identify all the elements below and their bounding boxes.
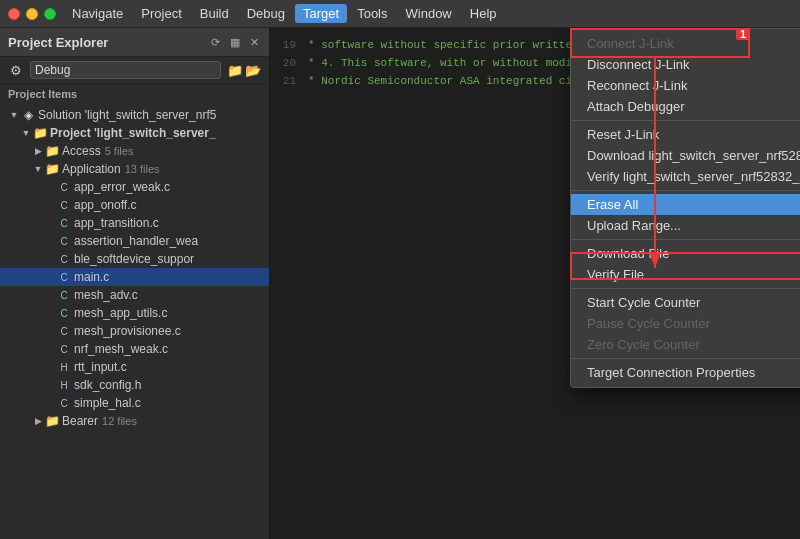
menu-disconnect-jlink[interactable]: Disconnect J-Link [571, 54, 800, 75]
menu-erase-all[interactable]: Erase All [571, 194, 800, 215]
tree-item-assertion[interactable]: ▶ C assertion_handler_wea [0, 232, 269, 250]
mesh-prov-spacer: ▶ [44, 325, 56, 337]
menu-build[interactable]: Build [192, 4, 237, 23]
ble-label: ble_softdevice_suppor [74, 252, 194, 266]
mesh-app-icon: C [56, 305, 72, 321]
application-arrow: ▼ [32, 163, 44, 175]
access-folder-icon: 📁 [44, 143, 60, 159]
tree-item-mesh-adv[interactable]: ▶ C mesh_adv.c [0, 286, 269, 304]
minimize-button[interactable] [26, 8, 38, 20]
debug-gear-icon: ⚙ [8, 62, 24, 78]
menu-tools[interactable]: Tools [349, 4, 395, 23]
rtt-spacer: ▶ [44, 361, 56, 373]
close-button[interactable] [8, 8, 20, 20]
tree-item-application[interactable]: ▼ 📁 Application 13 files [0, 160, 269, 178]
tree-item-mesh-app[interactable]: ▶ C mesh_app_utils.c [0, 304, 269, 322]
tree-item-nrf-mesh[interactable]: ▶ C nrf_mesh_weak.c [0, 340, 269, 358]
menu-download-file[interactable]: Download File ▶ [571, 243, 800, 264]
menu-target-connection[interactable]: Target Connection Properties [571, 362, 800, 383]
app-transition-spacer: ▶ [44, 217, 56, 229]
main-label: main.c [74, 270, 109, 284]
tree-item-app-transition[interactable]: ▶ C app_transition.c [0, 214, 269, 232]
separator-5 [571, 358, 800, 359]
menu-pause-cycle[interactable]: Pause Cycle Counter [571, 313, 800, 334]
debug-select[interactable]: Debug [30, 61, 221, 79]
tree-item-main[interactable]: ▶ C main.c [0, 268, 269, 286]
app-onoff-label: app_onoff.c [74, 198, 137, 212]
mesh-app-spacer: ▶ [44, 307, 56, 319]
tree-item-ble[interactable]: ▶ C ble_softdevice_suppor [0, 250, 269, 268]
tree-item-app-onoff[interactable]: ▶ C app_onoff.c [0, 196, 269, 214]
tree-item-project[interactable]: ▼ 📁 Project 'light_switch_server_ [0, 124, 269, 142]
menu-verify[interactable]: Verify light_switch_server_nrf52832_xxAA… [571, 166, 800, 187]
project-tree: ▼ ◈ Solution 'light_switch_server_nrf5 ▼… [0, 104, 269, 539]
mesh-adv-label: mesh_adv.c [74, 288, 138, 302]
tree-item-mesh-prov[interactable]: ▶ C mesh_provisionee.c [0, 322, 269, 340]
menu-upload-range[interactable]: Upload Range... [571, 215, 800, 236]
tree-item-rtt[interactable]: ▶ H rtt_input.c [0, 358, 269, 376]
project-arrow: ▼ [20, 127, 32, 139]
menu-window[interactable]: Window [398, 4, 460, 23]
simple-hal-icon: C [56, 395, 72, 411]
assertion-spacer: ▶ [44, 235, 56, 247]
main-icon: C [56, 269, 72, 285]
access-label: Access [62, 144, 101, 158]
ble-spacer: ▶ [44, 253, 56, 265]
folder-icon[interactable]: 📂 [245, 62, 261, 78]
bearer-folder-icon: 📁 [44, 413, 60, 429]
simple-hal-spacer: ▶ [44, 397, 56, 409]
line-num-20: 20 [278, 54, 308, 72]
application-folder-icon: 📁 [44, 161, 60, 177]
mesh-app-label: mesh_app_utils.c [74, 306, 167, 320]
menu-reconnect-jlink[interactable]: Reconnect J-Link [571, 75, 800, 96]
nrf-mesh-icon: C [56, 341, 72, 357]
sidebar-sync-icon[interactable]: ⟳ [207, 34, 223, 50]
app-onoff-spacer: ▶ [44, 199, 56, 211]
sidebar-layout-icon[interactable]: ▦ [227, 34, 243, 50]
nrf-mesh-label: nrf_mesh_weak.c [74, 342, 168, 356]
mesh-adv-spacer: ▶ [44, 289, 56, 301]
solution-arrow: ▼ [8, 109, 20, 121]
menu-attach-debugger[interactable]: Attach Debugger [571, 96, 800, 117]
menu-start-cycle[interactable]: Start Cycle Counter [571, 292, 800, 313]
tree-item-app-error[interactable]: ▶ C app_error_weak.c [0, 178, 269, 196]
sidebar-title: Project Explorer [8, 35, 108, 50]
dropdown-overlay: Connect J-Link Disconnect J-Link Reconne… [270, 28, 800, 539]
simple-hal-label: simple_hal.c [74, 396, 141, 410]
bearer-arrow: ▶ [32, 415, 44, 427]
access-arrow: ▶ [32, 145, 44, 157]
maximize-button[interactable] [44, 8, 56, 20]
menu-verify-file[interactable]: Verify File ▶ [571, 264, 800, 285]
sidebar: Project Explorer ⟳ ▦ ✕ ⚙ Debug 📁 📂 Proje… [0, 28, 270, 539]
menu-target[interactable]: Target [295, 4, 347, 23]
project-folder-icon: 📁 [32, 125, 48, 141]
tree-item-solution[interactable]: ▼ ◈ Solution 'light_switch_server_nrf5 [0, 106, 269, 124]
ble-icon: C [56, 251, 72, 267]
sidebar-icons: ⟳ ▦ ✕ [207, 34, 261, 50]
tree-item-bearer[interactable]: ▶ 📁 Bearer 12 files [0, 412, 269, 430]
target-dropdown-menu: Connect J-Link Disconnect J-Link Reconne… [570, 28, 800, 388]
solution-label: Solution 'light_switch_server_nrf5 [38, 108, 216, 122]
nrf-mesh-spacer: ▶ [44, 343, 56, 355]
tree-item-simple-hal[interactable]: ▶ C simple_hal.c [0, 394, 269, 412]
menu-project[interactable]: Project [133, 4, 189, 23]
menu-download[interactable]: Download light_switch_server_nrf52832_xx… [571, 145, 800, 166]
sdk-config-icon: H [56, 377, 72, 393]
tree-item-sdk-config[interactable]: ▶ H sdk_config.h [0, 376, 269, 394]
traffic-lights[interactable] [8, 8, 56, 20]
main-spacer: ▶ [44, 271, 56, 283]
tree-item-access[interactable]: ▶ 📁 Access 5 files [0, 142, 269, 160]
menu-reset-jlink[interactable]: Reset J-Link [571, 124, 800, 145]
code-text-19: * software without specific prior writte… [308, 36, 612, 54]
assertion-icon: C [56, 233, 72, 249]
sdk-config-spacer: ▶ [44, 379, 56, 391]
folder-open-icon[interactable]: 📁 [227, 62, 243, 78]
menu-debug[interactable]: Debug [239, 4, 293, 23]
menu-help[interactable]: Help [462, 4, 505, 23]
sidebar-close-icon[interactable]: ✕ [247, 35, 261, 49]
rtt-label: rtt_input.c [74, 360, 127, 374]
menu-navigate[interactable]: Navigate [64, 4, 131, 23]
menu-zero-cycle[interactable]: Zero Cycle Counter [571, 334, 800, 355]
line-num-19: 19 [278, 36, 308, 54]
menu-connect-jlink[interactable]: Connect J-Link [571, 33, 800, 54]
